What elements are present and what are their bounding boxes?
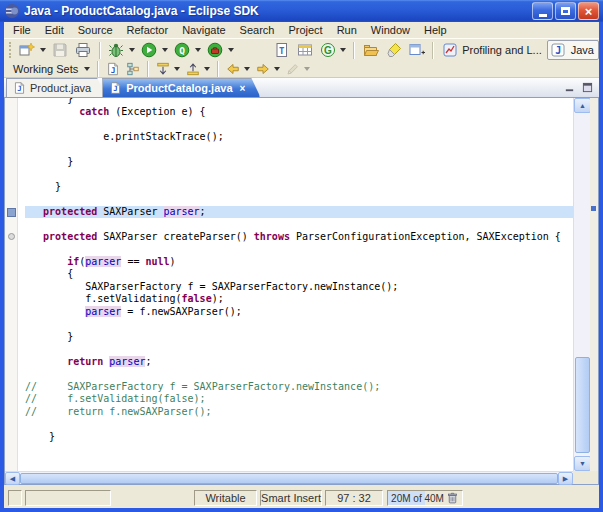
java-element-button[interactable] [293,40,316,60]
editor-tab-bar: JProduct.javaJProductCatalog.java× [4,77,599,97]
save-icon [52,42,69,59]
java-file-icon: J [13,81,26,95]
java-file-button[interactable]: J [103,62,123,77]
working-sets-button[interactable]: Working Sets [8,62,93,77]
profile-button[interactable]: Q [171,40,204,60]
minimize-view-button[interactable] [562,81,577,94]
profiling-perspective-button[interactable]: Profiling and L... [438,40,547,60]
occurrence-marker-icon[interactable] [7,208,16,217]
toolbar-separator [97,61,99,78]
print-button[interactable] [72,40,95,60]
maximize-view-button[interactable] [580,81,595,94]
code-line: } [25,181,573,194]
code-editor[interactable]: } catch (Exception e) { e.printStackTrac… [19,98,573,471]
open-perspective-button[interactable] [405,40,428,60]
scroll-up-arrow-icon[interactable]: ▲ [574,98,591,113]
vertical-scrollbar[interactable]: ▲ ▼ [573,98,590,471]
code-line-current: protected SAXParser parser; [25,206,573,219]
debug-dropdown-arrow-icon[interactable] [129,48,135,52]
next-annotation-dropdown-arrow-icon[interactable] [174,67,180,71]
prev-annotation-icon [186,62,200,76]
mark-occurrences-button[interactable] [382,40,405,60]
run-dropdown-arrow-icon[interactable] [162,48,168,52]
forward-button[interactable] [253,62,283,77]
minimize-button[interactable] [532,2,553,20]
code-line [25,143,573,156]
code-line: } [25,98,573,106]
eclipse-window: Java - ProductCatalog.java - Eclipse SDK… [0,0,603,512]
window-title: Java - ProductCatalog.java - Eclipse SDK [24,4,532,18]
toolbar-separator [353,42,355,59]
code-line: catch (Exception e) { [25,106,573,119]
tab-product-java[interactable]: JProduct.java [6,78,106,97]
toolbar-separator [99,42,101,59]
code-line [25,118,573,131]
new-wizard-dropdown-arrow-icon[interactable] [40,48,46,52]
external-tools-dropdown-arrow-icon[interactable] [228,48,234,52]
open-task-button[interactable] [359,40,382,60]
next-annotation-button[interactable] [153,62,183,77]
menu-window[interactable]: Window [364,23,417,37]
java-perspective-button[interactable]: JJava [547,40,599,60]
horizontal-scrollbar[interactable]: ◀ ▶ [5,471,573,484]
open-type-button[interactable]: T [270,40,293,60]
new-wizard-button[interactable] [16,40,49,60]
eclipse-logo-icon [4,3,20,19]
horizontal-scroll-thumb[interactable] [20,473,558,484]
java-file-icon: J [106,62,120,76]
main-toolbar: QTGProfiling and L...JJava [4,38,599,61]
heap-status: 20M of 40M [387,490,463,506]
back-dropdown-arrow-icon[interactable] [244,67,250,71]
menu-search[interactable]: Search [233,23,282,37]
overview-ruler[interactable] [590,98,598,471]
menu-navigate[interactable]: Navigate [175,23,232,37]
code-line: // f.setValidating(false); [25,393,573,406]
menu-project[interactable]: Project [281,23,329,37]
new-wizard-icon [19,42,36,59]
menu-run[interactable]: Run [330,23,364,37]
cursor-position-status: 97 : 32 [325,490,383,506]
menu-edit[interactable]: Edit [38,23,71,37]
menu-source[interactable]: Source [71,23,120,37]
writable-status: Writable [194,490,257,506]
external-tools-button[interactable] [204,40,237,60]
overview-marker[interactable] [591,206,596,211]
client-area: FileEditSourceRefactorNavigateSearchProj… [4,22,599,508]
web-browser-dropdown-arrow-icon[interactable] [340,48,346,52]
java-perspective-label: Java [569,44,596,56]
scroll-down-arrow-icon[interactable]: ▼ [574,456,591,471]
garbage-collect-trash-icon[interactable] [446,491,459,505]
type-hierarchy-button[interactable] [123,62,143,77]
menu-help[interactable]: Help [417,23,454,37]
back-button[interactable] [223,62,253,77]
prev-annotation-button[interactable] [183,62,213,77]
debug-button[interactable] [105,40,138,60]
scroll-left-arrow-icon[interactable]: ◀ [5,472,20,485]
forward-dropdown-arrow-icon[interactable] [274,67,280,71]
web-browser-button[interactable]: G [316,40,349,60]
svg-text:J: J [113,84,117,93]
code-line: parser = f.newSAXParser(); [25,306,573,319]
working-sets-dropdown-arrow-icon[interactable] [84,67,90,71]
maximize-button[interactable] [555,2,576,20]
run-button[interactable] [138,40,171,60]
tab-close-icon[interactable]: × [240,83,246,94]
open-type-icon: T [273,42,290,59]
web-browser-icon: G [319,42,336,59]
svg-text:J: J [555,45,561,56]
profile-dropdown-arrow-icon[interactable] [195,48,201,52]
code-line: if(parser == null) [25,256,573,269]
toolbar-drag-handle [9,42,12,58]
menu-refactor[interactable]: Refactor [120,23,176,37]
scroll-right-arrow-icon[interactable]: ▶ [558,472,573,485]
tab-productcatalog-java[interactable]: JProductCatalog.java× [102,78,260,97]
marker-bar[interactable] [5,98,18,471]
override-marker-icon[interactable] [8,233,15,240]
code-line: // return f.newSAXParser(); [25,406,573,419]
vertical-scroll-thumb[interactable] [575,357,590,453]
last-edit-location-dropdown-arrow-icon[interactable] [304,67,310,71]
code-line [25,418,573,431]
prev-annotation-dropdown-arrow-icon[interactable] [204,67,210,71]
close-button[interactable]: × [578,2,599,20]
menu-file[interactable]: File [6,23,38,37]
